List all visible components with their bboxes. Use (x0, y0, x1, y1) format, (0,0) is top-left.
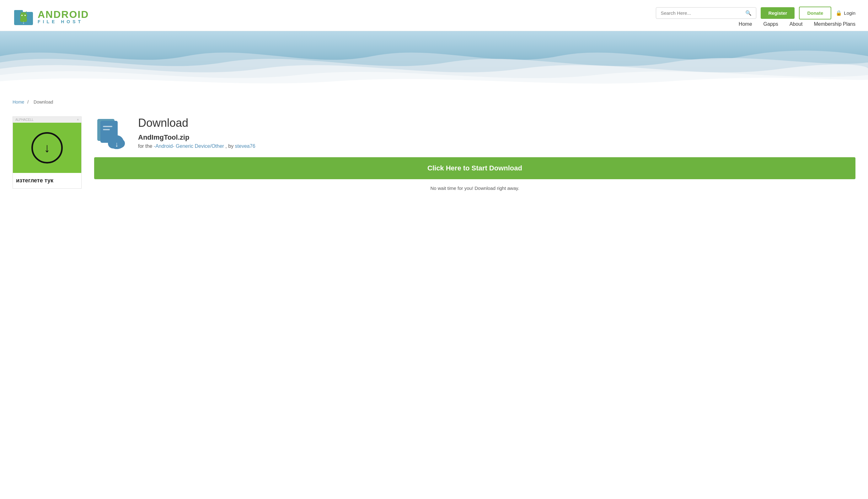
author-link[interactable]: stevea76 (235, 143, 255, 149)
lock-icon: 🔒 (836, 10, 842, 16)
nav-membership[interactable]: Membership Plans (814, 21, 856, 27)
ad-banner: ALPHACELL × ↓ изтеглете тук (13, 117, 82, 188)
ad-download-circle: ↓ (32, 132, 63, 163)
waves-container (0, 31, 868, 94)
search-input[interactable] (661, 10, 745, 16)
search-icon: 🔍 (745, 10, 751, 16)
donate-button[interactable]: Donate (799, 7, 831, 20)
svg-rect-12 (103, 126, 112, 127)
filename: AndImgTool.zip (138, 133, 255, 142)
ad-bold-text: изтеглете тук (16, 177, 78, 184)
breadcrumb-current: Download (34, 99, 53, 105)
logo-area: ↓ ANDROID FILE HOST (13, 5, 89, 28)
download-start-button[interactable]: Click Here to Start Download (94, 157, 855, 179)
for-line: for the -Android- Generic Device/Other ,… (138, 143, 255, 149)
device-link[interactable]: -Android- Generic Device/Other (154, 143, 224, 149)
logo-android-text: ANDROID (38, 9, 89, 20)
nav-gapps[interactable]: Gapps (763, 21, 778, 27)
download-title: Download (138, 117, 255, 130)
main-nav: Home Gapps About Membership Plans (739, 21, 855, 27)
content-area: ALPHACELL × ↓ изтеглете тук (0, 110, 868, 203)
svg-rect-13 (103, 129, 110, 130)
ad-label: ALPHACELL (15, 118, 34, 121)
login-button[interactable]: 🔒 Login (836, 10, 855, 16)
login-label: Login (844, 10, 855, 16)
svg-point-5 (24, 15, 26, 16)
breadcrumb: Home / Download (0, 94, 868, 110)
ad-arrow-down-icon: ↓ (44, 142, 50, 154)
svg-text:↓: ↓ (23, 20, 25, 25)
ad-text-area: изтеглете тук (13, 173, 81, 188)
download-top: ↓ Download AndImgTool.zip for the -Andro… (94, 117, 855, 152)
no-wait-text: No wait time for you! Download right awa… (94, 185, 855, 191)
ad-green-area: ↓ (13, 123, 81, 173)
search-bar[interactable]: 🔍 (656, 7, 756, 19)
header-actions: 🔍 Register Donate 🔒 Login (656, 7, 855, 20)
logo-filehost-text: FILE HOST (38, 20, 89, 24)
by-text: , by (225, 143, 233, 149)
ad-top-bar: ALPHACELL × (13, 117, 81, 123)
download-info: Download AndImgTool.zip for the -Android… (138, 117, 255, 149)
svg-point-4 (21, 15, 23, 16)
logo-icon: ↓ (13, 5, 35, 28)
hero-banner (0, 31, 868, 94)
download-card: ↓ Download AndImgTool.zip for the -Andro… (94, 117, 855, 191)
nav-home[interactable]: Home (739, 21, 752, 27)
svg-text:↓: ↓ (115, 140, 119, 148)
breadcrumb-home[interactable]: Home (13, 99, 24, 105)
ad-close-button[interactable]: × (77, 118, 79, 121)
header-right: 🔍 Register Donate 🔒 Login Home Gapps Abo… (656, 7, 855, 27)
breadcrumb-separator: / (27, 99, 28, 105)
register-button[interactable]: Register (761, 7, 795, 19)
logo-text: ANDROID FILE HOST (38, 9, 89, 24)
file-download-icon: ↓ (94, 117, 129, 151)
for-text: for the (138, 143, 152, 149)
header: ↓ ANDROID FILE HOST 🔍 Register Donate 🔒 … (0, 0, 868, 31)
nav-about[interactable]: About (790, 21, 803, 27)
file-icon-area: ↓ (94, 117, 129, 152)
